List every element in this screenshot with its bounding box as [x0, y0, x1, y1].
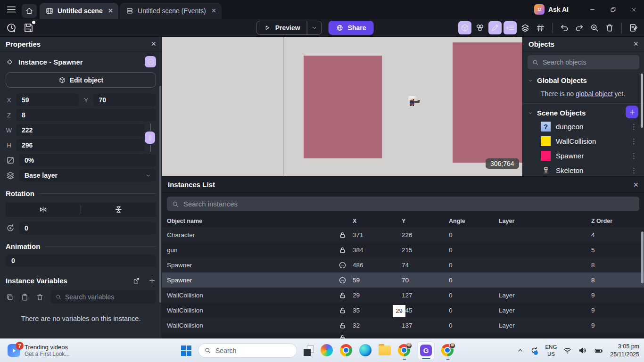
scene-canvas[interactable]: 306;764: [162, 37, 522, 176]
toggle-grid-button[interactable]: [534, 21, 547, 34]
instance-row[interactable]: gun38421505: [162, 242, 644, 257]
global-objects-header[interactable]: Global Objects: [523, 74, 644, 87]
objects-close-icon[interactable]: ×: [633, 40, 638, 48]
tray-chevron-icon[interactable]: [517, 347, 524, 354]
tab-scene[interactable]: Untitled scene ×: [40, 3, 118, 19]
gdevelop-app-button[interactable]: G: [417, 341, 435, 360]
ask-ai-button[interactable]: Ask AI: [534, 4, 569, 15]
home-button[interactable]: [22, 4, 37, 18]
height-field[interactable]: [16, 139, 145, 151]
properties-close-icon[interactable]: ×: [151, 40, 156, 48]
x-field[interactable]: [16, 94, 79, 106]
inline-edit-tooltip[interactable]: 29: [393, 305, 405, 317]
circle-minus-icon[interactable]: [332, 261, 353, 269]
object-item-dungeon[interactable]: ?dungeon⋮: [523, 119, 644, 134]
global-object-link[interactable]: global object: [576, 90, 613, 98]
toggle-layers-button[interactable]: [519, 21, 532, 34]
rotation-field[interactable]: [19, 222, 156, 234]
copy-icon[interactable]: [6, 293, 14, 301]
menu-icon[interactable]: [6, 4, 17, 15]
scene-notes-button[interactable]: [627, 21, 640, 34]
tab-scene-close-icon[interactable]: ×: [108, 7, 113, 15]
layer-select[interactable]: Base layer: [19, 169, 156, 181]
object-item-skeleton[interactable]: Skeleton⋮: [523, 163, 644, 176]
redo-button[interactable]: [573, 21, 586, 34]
search-objects-input[interactable]: Search objects: [528, 55, 639, 69]
delete-button[interactable]: [603, 21, 616, 34]
volume-icon[interactable]: [578, 346, 587, 355]
objects-scrollbar[interactable]: [641, 74, 643, 128]
instance-row[interactable]: [162, 333, 644, 337]
clock[interactable]: 3:05 pm 25/11/2025: [610, 343, 639, 358]
lock-open-icon[interactable]: [332, 291, 353, 299]
task-view-button[interactable]: [304, 346, 314, 356]
instances-close-icon[interactable]: ×: [633, 181, 638, 189]
share-button[interactable]: Share: [329, 21, 374, 35]
file-explorer-icon[interactable]: [379, 344, 391, 357]
kebab-menu-icon[interactable]: ⋮: [630, 152, 637, 160]
preview-button[interactable]: Preview: [257, 24, 307, 32]
widgets-button[interactable]: 7 Trending videos Get a First Look...: [8, 344, 69, 357]
edit-object-button[interactable]: Edit object: [6, 72, 156, 88]
flip-horizontal-button[interactable]: [6, 205, 81, 214]
copilot-icon[interactable]: [321, 344, 333, 357]
search-variables-input[interactable]: Search variables: [51, 290, 156, 304]
lock-open-icon[interactable]: [332, 246, 353, 254]
instance-row[interactable]: WallCollision291270Layer9: [162, 288, 644, 303]
scene-objects-header[interactable]: Scene Objects: [523, 107, 644, 119]
toggle-objects-button[interactable]: [473, 21, 487, 34]
zoom-button[interactable]: [588, 21, 601, 34]
kebab-menu-icon[interactable]: ⋮: [630, 137, 637, 146]
taskbar-search-input[interactable]: Search: [198, 343, 297, 358]
object-item-spawner[interactable]: Spawner⋮: [523, 148, 644, 163]
chrome-icon[interactable]: [340, 344, 353, 357]
lock-open-icon[interactable]: [332, 231, 353, 239]
opacity-field[interactable]: [19, 154, 156, 166]
character-sprite[interactable]: [405, 96, 421, 109]
add-variable-icon[interactable]: [148, 277, 156, 285]
instances-scrollbar[interactable]: [641, 231, 644, 283]
instance-row[interactable]: Character37122604: [162, 227, 644, 242]
instance-row[interactable]: WallCollision321370Layer9: [162, 318, 644, 333]
chrome-profile-icon[interactable]: [398, 344, 411, 357]
add-object-button[interactable]: [626, 106, 638, 118]
wifi-icon[interactable]: [563, 346, 572, 355]
y-field[interactable]: [93, 94, 157, 106]
flip-vertical-button[interactable]: [81, 205, 156, 214]
preview-options-button[interactable]: [307, 21, 322, 34]
spawner-instance-block[interactable]: [453, 42, 522, 163]
link-dimensions-button[interactable]: [145, 132, 155, 144]
delete-variable-icon[interactable]: [36, 293, 44, 301]
width-field[interactable]: [16, 124, 145, 136]
tab-events[interactable]: Untitled scene (Events) ×: [120, 3, 222, 19]
instance-row[interactable]: Spawner4867408: [162, 257, 644, 272]
close-button[interactable]: [623, 0, 644, 19]
tab-events-close-icon[interactable]: ×: [212, 7, 216, 15]
history-icon[interactable]: [6, 22, 17, 33]
paste-icon[interactable]: [21, 293, 29, 301]
toggle-instances-list-button[interactable]: [504, 21, 517, 34]
toggle-properties-button[interactable]: [458, 21, 471, 34]
start-button[interactable]: [181, 346, 191, 356]
kebab-menu-icon[interactable]: ⋮: [630, 123, 637, 131]
chrome-profile2-icon[interactable]: [441, 344, 454, 357]
undo-button[interactable]: [558, 21, 571, 34]
lock-open-icon[interactable]: [332, 334, 353, 338]
minimize-button[interactable]: [582, 0, 603, 19]
save-icon[interactable]: [23, 22, 34, 33]
restore-button[interactable]: [603, 0, 623, 19]
kebab-menu-icon[interactable]: ⋮: [630, 166, 637, 175]
circle-minus-icon[interactable]: [332, 276, 353, 284]
properties-scrollbar[interactable]: [159, 86, 161, 303]
search-instances-input[interactable]: Search instances: [167, 197, 639, 211]
language-indicator[interactable]: ENG US: [545, 344, 557, 357]
spawner-instance-block[interactable]: [304, 56, 382, 158]
animation-field[interactable]: [6, 255, 156, 267]
battery-icon[interactable]: [593, 346, 604, 355]
sync-status-icon[interactable]: [530, 346, 539, 355]
object-item-wallcollision[interactable]: WallCollision⋮: [523, 134, 644, 148]
instance-row[interactable]: Spawner597008: [162, 272, 644, 288]
lock-open-icon[interactable]: [332, 321, 353, 329]
z-field[interactable]: [16, 109, 156, 121]
edge-icon[interactable]: [359, 344, 372, 357]
